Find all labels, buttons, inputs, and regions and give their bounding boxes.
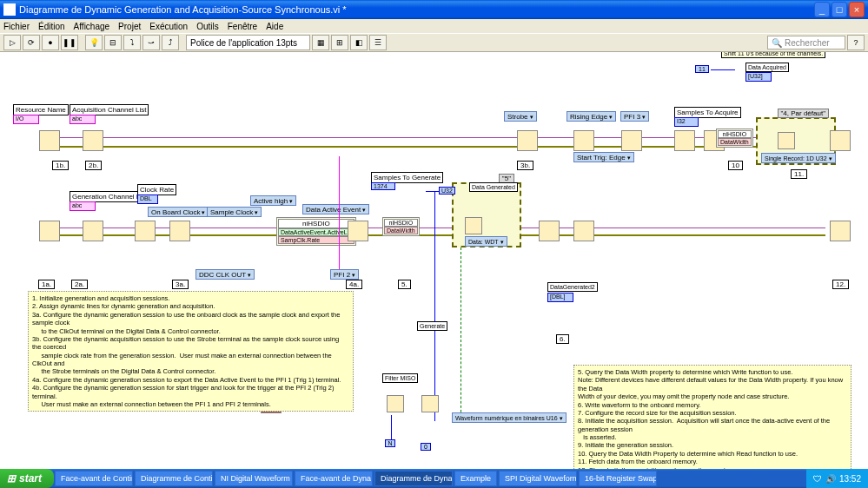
abort-button[interactable]: ● [42,35,59,50]
data-wdt-ring[interactable]: Data: WDT [465,236,507,247]
run-continuous-button[interactable]: ⟳ [23,35,40,50]
nihsdio-property-node[interactable]: niHSDIO DataActiveEvent.ActiveLvl SampCl… [276,217,356,246]
step-out-button[interactable]: ⤴ [162,35,179,50]
gen-wire-v [434,191,435,421]
pfi2-ring[interactable]: PFI 2 [330,269,359,280]
window-titlebar: Diagramme de Dynamic Generation and Acqu… [0,0,868,19]
assign-gen-vi[interactable] [83,221,103,241]
pfi2-wire [339,156,340,269]
task-button-1[interactable]: Face-avant de Contin… [55,471,133,486]
menu-help[interactable]: Aide [266,22,283,31]
generate-label: Generate [417,321,447,331]
close-acq-vi[interactable] [830,130,851,151]
pause-button[interactable]: ❚❚ [61,35,78,50]
reorder-button[interactable]: ☰ [369,35,387,50]
tray-icon[interactable]: 🛡 [813,474,822,484]
retain-wire-button[interactable]: ⊟ [104,35,122,50]
on-board-clock-ring[interactable]: On Board Clock [148,207,209,217]
initiate-gen-vi[interactable] [539,221,560,241]
menu-bar: Fichier Édition Affichage Projet Exécuti… [0,19,868,33]
config-strobe-vi[interactable] [517,130,538,151]
samples-to-generate-val[interactable]: 1374 [371,182,395,190]
block-diagram-canvas[interactable]: Resource Name I/O Acquisition Channel Li… [0,52,868,469]
config-clock-vi2[interactable] [169,221,190,241]
rising-edge-ring[interactable]: Rising Edge [567,111,616,122]
menu-execute[interactable]: Exécution [149,22,188,31]
menu-tools[interactable]: Outils [196,22,219,31]
pfi3-ring[interactable]: PFI 3 [620,111,649,122]
minimize-button[interactable]: _ [814,2,830,17]
task-button-4[interactable]: Face-avant de Dyna… [295,471,373,486]
highlight-exec-button[interactable]: 💡 [85,35,103,50]
align-button[interactable]: ▦ [312,35,329,50]
samples-to-acquire-control[interactable]: I32 [674,117,699,127]
resource-name-control[interactable]: I/O [13,115,39,124]
resize-button[interactable]: ◧ [350,35,368,50]
property-node-datawidth-1[interactable]: niHSDIO DataWidth [382,217,420,236]
init-gen-vi[interactable] [39,221,60,241]
config-trig-vi[interactable] [621,130,642,151]
config-clock-vi[interactable] [135,221,156,241]
fetch-vi[interactable] [778,132,795,149]
menu-file[interactable]: Fichier [3,22,30,31]
system-tray[interactable]: 🛡 🔊 13:52 [806,469,868,488]
filter-miso-vi[interactable] [387,395,404,412]
maximize-button[interactable]: □ [832,2,847,17]
data-generated2-ind: [DBL] [547,293,573,302]
close-gen-vi[interactable] [830,221,851,241]
strobe-ring[interactable]: Strobe [504,111,537,122]
menu-edit[interactable]: Édition [38,22,65,31]
u32-coerce: U32 [439,187,455,195]
generate-vi[interactable] [421,395,439,412]
single-record-ring[interactable]: Single Record: 1D U32 [761,153,836,163]
clock[interactable]: 13:52 [839,474,861,484]
task-button-2[interactable]: Diagramme de Contin… [135,471,213,486]
step-into-button[interactable]: ⤵ [123,35,141,50]
help-button[interactable]: ? [847,35,865,50]
menu-project[interactable]: Projet [118,22,141,31]
task-button-3[interactable]: NI Digital Waveform … [215,471,293,486]
task-button-5[interactable]: Diagramme de Dynam… [374,471,453,486]
assign-acq-vi[interactable] [83,130,103,151]
ddc-clk-out-ring[interactable]: DDC CLK OUT [195,269,255,280]
wfm-u16-ring[interactable]: Waveform numérique en binaires U16 [452,412,567,423]
case-selector-2[interactable]: "4, Par défaut" [778,109,830,118]
gen-channel-list-control[interactable]: abc [70,201,96,211]
export-signal-vi[interactable] [348,221,368,241]
menu-window[interactable]: Fenêtre [228,22,257,31]
task-button-6[interactable]: Example [454,471,497,486]
close-button[interactable]: × [849,2,865,17]
config-records-vi[interactable] [674,130,695,151]
wait-vi[interactable] [573,221,594,241]
toolbar: ▷ ⟳ ● ❚❚ 💡 ⊟ ⤵ ⤻ ⤴ Police de l'applicati… [0,33,868,52]
data-active-event-ring[interactable]: Data Active Event [302,204,369,214]
search-input[interactable]: 🔍 Rechercher [767,36,845,49]
const-11[interactable]: 11 [695,65,709,73]
data-generated-label: Data Generated [469,182,518,192]
windows-logo-icon: ⊞ [7,472,16,485]
step-6: 6. [556,334,569,344]
task-button-8[interactable]: 16-bit Register Swap … [579,471,657,486]
sample-clock-ring[interactable]: Sample Clock [207,207,262,217]
config-edge-vi[interactable] [573,130,594,151]
app-icon [3,3,16,16]
clock-rate-control[interactable]: DBL [137,195,158,204]
tray-icon2[interactable]: 🔊 [825,474,836,484]
green-wire-v [461,247,461,421]
font-selector[interactable]: Police de l'application 13pts [186,35,310,50]
write-vi[interactable] [465,217,482,234]
task-button-7[interactable]: SPI Digital Waveform [499,471,577,486]
distribute-button[interactable]: ⊞ [331,35,348,50]
taskbar: ⊞ start Face-avant de Contin… Diagramme … [0,469,868,488]
start-button[interactable]: ⊞ start [0,469,54,488]
run-button[interactable]: ▷ [3,35,21,50]
step-3a: 3a. [172,280,189,289]
start-trig-edge-ring[interactable]: Start Trig: Edge [573,152,634,162]
step-over-button[interactable]: ⤻ [142,35,160,50]
filter-miso-label: Filter MISO [382,373,418,383]
property-node-datawidth-2[interactable]: niHSDIO DataWidth [716,129,753,148]
active-high-ring[interactable]: Active high [250,195,296,206]
menu-view[interactable]: Affichage [74,22,110,31]
acq-channel-list-control[interactable]: abc [70,115,96,124]
init-acq-vi[interactable] [39,130,60,151]
